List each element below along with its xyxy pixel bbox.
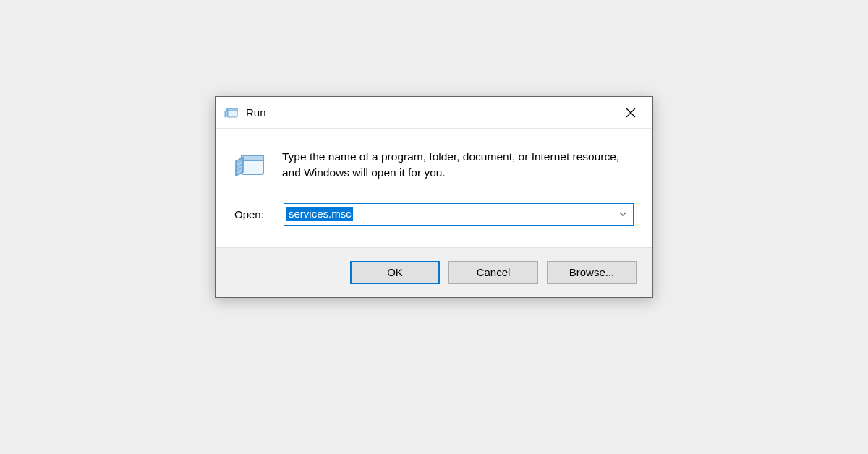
- ok-button[interactable]: OK: [350, 261, 440, 284]
- titlebar[interactable]: Run: [216, 97, 652, 129]
- close-icon: [626, 108, 636, 118]
- open-input-value[interactable]: services.msc: [286, 207, 353, 221]
- browse-button[interactable]: Browse...: [547, 261, 637, 284]
- svg-rect-5: [242, 155, 263, 160]
- open-label: Open:: [234, 208, 272, 220]
- chevron-down-icon[interactable]: [618, 210, 627, 218]
- run-icon: [234, 149, 266, 181]
- cancel-button[interactable]: Cancel: [448, 261, 538, 284]
- run-icon: [224, 106, 239, 120]
- open-row: Open: services.msc: [216, 203, 652, 247]
- dialog-body: Type the name of a program, folder, docu…: [216, 129, 652, 203]
- svg-rect-1: [227, 108, 237, 111]
- open-combobox[interactable]: services.msc: [284, 203, 634, 226]
- window-title: Run: [246, 106, 609, 119]
- instruction-text: Type the name of a program, folder, docu…: [282, 149, 634, 181]
- close-button[interactable]: [609, 97, 652, 129]
- run-dialog: Run Type the name of a program, folder, …: [215, 96, 653, 298]
- button-bar: OK Cancel Browse...: [216, 247, 652, 297]
